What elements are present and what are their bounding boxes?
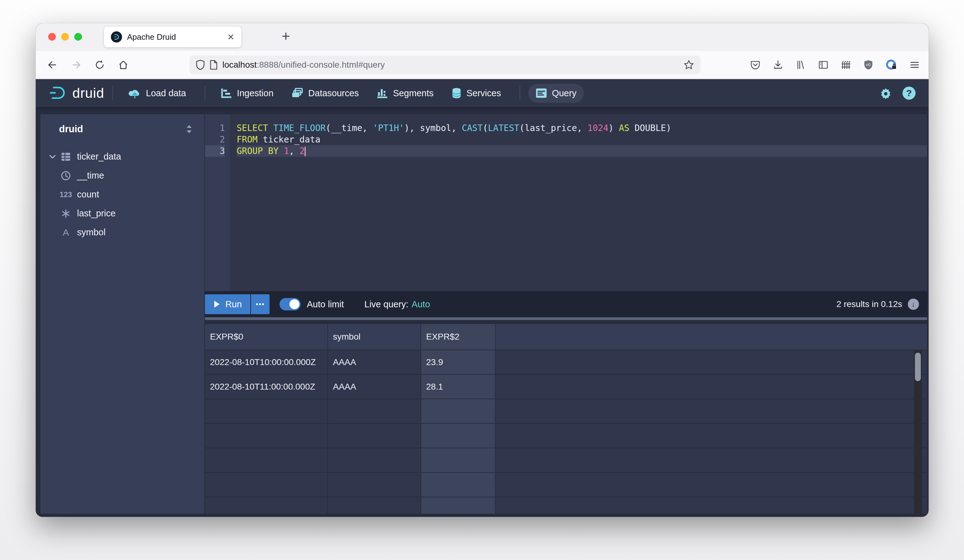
url-text[interactable]: localhost:8888/unified-console.html#quer… (222, 60, 679, 70)
nav-item-label: Services (466, 88, 501, 98)
live-query-control[interactable]: Live query:Auto (364, 299, 430, 310)
table-cell (421, 497, 496, 514)
tracking-shield-icon[interactable] (195, 60, 205, 70)
asterisk-icon (60, 209, 72, 218)
svg-text:uO: uO (866, 63, 871, 67)
chevron-down-icon[interactable] (48, 153, 57, 161)
table-cell[interactable]: AAAA (328, 375, 421, 399)
table-filler (496, 375, 927, 399)
library-icon[interactable] (795, 60, 806, 70)
minimize-window-button[interactable] (61, 33, 69, 41)
druid-logo[interactable]: druid (48, 85, 104, 101)
download-results-button[interactable]: ↓ (908, 299, 919, 310)
druid-console: druid Load dataIngestionDatasourcesSegme… (36, 79, 928, 517)
sql-token: ( (483, 123, 488, 133)
table-scrollbar[interactable] (914, 350, 922, 514)
code-line[interactable]: SELECT TIME_FLOOR(__time, 'PT1H'), symbo… (237, 122, 927, 134)
editor-gutter: 123 (205, 114, 230, 291)
close-tab-icon[interactable]: ✕ (227, 32, 234, 42)
table-cell (205, 424, 328, 448)
password-manager-icon[interactable] (886, 59, 897, 71)
new-tab-button[interactable]: + (282, 28, 290, 44)
tree-column-symbol[interactable]: Asymbol (41, 223, 204, 242)
sql-token: SELECT (237, 123, 268, 133)
text-caret (305, 147, 306, 156)
nav-item-segments[interactable]: Segments (369, 83, 441, 103)
table-cell[interactable]: 28.1 (421, 375, 496, 399)
code-line[interactable]: FROM ticker_data (237, 134, 927, 145)
page-info-icon[interactable] (210, 60, 218, 70)
tree-column-last_price[interactable]: last_price (41, 204, 204, 223)
table-cell (205, 497, 328, 514)
home-icon[interactable] (118, 59, 129, 70)
column-header[interactable]: symbol (328, 324, 421, 349)
settings-gear-icon[interactable] (879, 86, 892, 100)
downloads-icon[interactable] (773, 60, 783, 70)
column-header[interactable]: EXPR$0 (205, 324, 328, 349)
query-main: 123 SELECT TIME_FLOOR(__time, 'PT1H'), s… (205, 114, 927, 514)
nav-item-query[interactable]: Query (528, 84, 584, 103)
sort-columns-icon[interactable] (185, 124, 193, 134)
tree-column-time[interactable]: __time (41, 166, 204, 185)
window-controls (48, 33, 82, 41)
browser-window: Apache Druid ✕ + localhost:8888/unified-… (36, 23, 928, 517)
code-line[interactable]: GROUP BY 1, 2 (237, 145, 927, 157)
run-button[interactable]: Run (205, 294, 250, 314)
scrollbar-thumb[interactable] (915, 353, 921, 381)
tree-node-datasource[interactable]: ticker_data (41, 147, 204, 166)
sql-token: ) (608, 123, 619, 133)
table-cell (205, 473, 328, 497)
sql-editor[interactable]: 123 SELECT TIME_FLOOR(__time, 'PT1H'), s… (205, 114, 927, 291)
sql-token: ticker_data (257, 135, 320, 144)
nav-item-load-data[interactable]: Load data (121, 83, 194, 103)
ublock-shield-icon[interactable]: uO (863, 60, 873, 70)
sql-token: LATEST (488, 123, 519, 133)
sql-token: (__time, (326, 123, 373, 133)
sql-token (278, 146, 284, 156)
back-icon[interactable] (47, 59, 58, 70)
gantt-chart-icon (221, 88, 232, 98)
table-cell (205, 448, 328, 472)
table-cell[interactable]: AAAA (328, 350, 421, 374)
browser-tab[interactable]: Apache Druid ✕ (104, 27, 241, 47)
zoom-window-button[interactable] (74, 33, 82, 41)
containers-fence-icon[interactable] (841, 60, 851, 70)
sql-token: CAST (462, 123, 483, 133)
nav-item-label: Query (552, 88, 576, 98)
table-row: 2022-08-10T10:00:00.000ZAAAA23.9 (205, 350, 927, 375)
nav-item-datasources[interactable]: Datasources (284, 83, 366, 103)
pocket-icon[interactable] (750, 60, 760, 70)
nav-item-label: Ingestion (237, 88, 274, 98)
forward-icon[interactable] (70, 59, 82, 70)
column-header[interactable]: EXPR$2 (421, 324, 496, 349)
sql-token: 'PT1H' (373, 123, 404, 133)
table-cell[interactable]: 2022-08-10T10:00:00.000Z (205, 350, 328, 374)
nav-item-label: Segments (393, 88, 433, 98)
table-cell[interactable]: 2022-08-10T11:00:00.000Z (205, 375, 328, 399)
tree-column-count[interactable]: 123count (41, 185, 204, 204)
close-window-button[interactable] (48, 33, 56, 41)
url-path: :8888/unified-console.html#query (257, 60, 385, 70)
line-number: 3 (205, 145, 225, 157)
resize-splitter[interactable] (205, 317, 927, 320)
nav-item-services[interactable]: Services (444, 83, 508, 103)
app-header: druid Load dataIngestionDatasourcesSegme… (36, 79, 928, 107)
sidebar-toggle-icon[interactable] (818, 60, 829, 70)
browser-toolbar: localhost:8888/unified-console.html#quer… (36, 50, 928, 79)
table-cell[interactable]: 23.9 (421, 350, 496, 374)
run-more-button[interactable]: ••• (250, 294, 270, 314)
reload-icon[interactable] (94, 59, 105, 70)
nav-divider (519, 86, 520, 100)
bookmark-star-icon[interactable] (684, 60, 694, 70)
url-bar[interactable]: localhost:8888/unified-console.html#quer… (189, 55, 700, 74)
help-icon[interactable]: ? (902, 87, 915, 100)
table-filler (496, 424, 927, 448)
table-cell (205, 399, 328, 423)
table-cell (328, 497, 421, 514)
menu-hamburger-icon[interactable] (909, 60, 920, 70)
nav-item-ingestion[interactable]: Ingestion (213, 83, 281, 103)
auto-limit-toggle[interactable] (280, 298, 301, 310)
table-row (205, 424, 927, 448)
editor-code[interactable]: SELECT TIME_FLOOR(__time, 'PT1H'), symbo… (230, 114, 927, 291)
results-summary: 2 results in 0.12s (836, 299, 902, 309)
